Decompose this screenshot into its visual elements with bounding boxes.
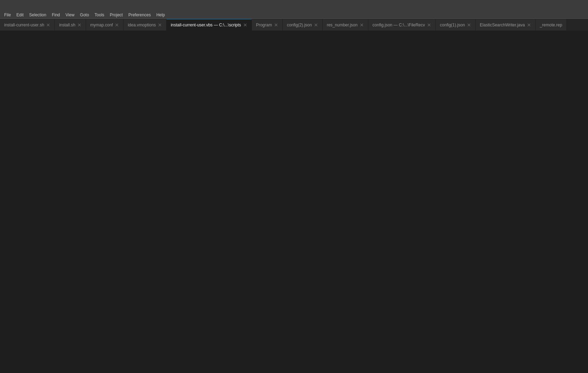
menu-tools[interactable]: Tools — [92, 12, 107, 18]
code-area[interactable] — [14, 31, 588, 373]
tab-remote-rep[interactable]: _remote.rep — [536, 19, 567, 31]
tab-close-icon[interactable]: ✕ — [527, 23, 531, 27]
tab-close-icon[interactable]: ✕ — [115, 23, 119, 27]
tab-mymap-conf[interactable]: mymap.conf ✕ — [86, 19, 123, 31]
tab-elasticsearchwriter-java[interactable]: ElasticSearchWriter.java ✕ — [476, 19, 536, 31]
menu-selection[interactable]: Selection — [26, 12, 49, 18]
tab-install-current-user-vbs[interactable]: install-current-user.vbs — C:\...\script… — [167, 19, 252, 31]
menu-file[interactable]: File — [1, 12, 14, 18]
title-bar — [0, 0, 588, 11]
tab-close-icon[interactable]: ✕ — [158, 23, 162, 27]
tab-idea-vmoptions[interactable]: idea.vmoptions ✕ — [123, 19, 167, 31]
menu-goto[interactable]: Goto — [77, 12, 92, 18]
menu-view[interactable]: View — [63, 12, 77, 18]
menu-preferences[interactable]: Preferences — [126, 12, 154, 18]
menu-edit[interactable]: Edit — [14, 12, 26, 18]
tab-close-icon[interactable]: ✕ — [77, 23, 82, 27]
tab-close-icon[interactable]: ✕ — [274, 23, 278, 27]
tab-install-current-user-sh[interactable]: install-current-user.sh ✕ — [0, 19, 55, 31]
menu-find[interactable]: Find — [49, 12, 62, 18]
tab-install-sh[interactable]: install.sh ✕ — [55, 19, 86, 31]
menu-help[interactable]: Help — [154, 12, 168, 18]
line-numbers — [0, 31, 14, 373]
tab-bar: install-current-user.sh ✕ install.sh ✕ m… — [0, 19, 588, 31]
menu-project[interactable]: Project — [107, 12, 126, 18]
tab-close-icon[interactable]: ✕ — [243, 23, 247, 27]
tab-close-icon[interactable]: ✕ — [467, 23, 471, 27]
tab-config-json-filerecv[interactable]: config.json — C:\...\FileRecv ✕ — [368, 19, 436, 31]
menu-bar: File Edit Selection Find View Goto Tools… — [0, 11, 588, 19]
tab-close-icon[interactable]: ✕ — [46, 23, 50, 27]
tab-program[interactable]: Program ✕ — [252, 19, 283, 31]
tab-close-icon[interactable]: ✕ — [427, 23, 431, 27]
tab-res-number-json[interactable]: res_number.json ✕ — [323, 19, 368, 31]
tab-close-icon[interactable]: ✕ — [360, 23, 364, 27]
tab-config1-json[interactable]: config(1).json ✕ — [436, 19, 476, 31]
tab-config2-json[interactable]: config(2).json ✕ — [283, 19, 323, 31]
tab-close-icon[interactable]: ✕ — [314, 23, 318, 27]
editor — [0, 31, 588, 373]
